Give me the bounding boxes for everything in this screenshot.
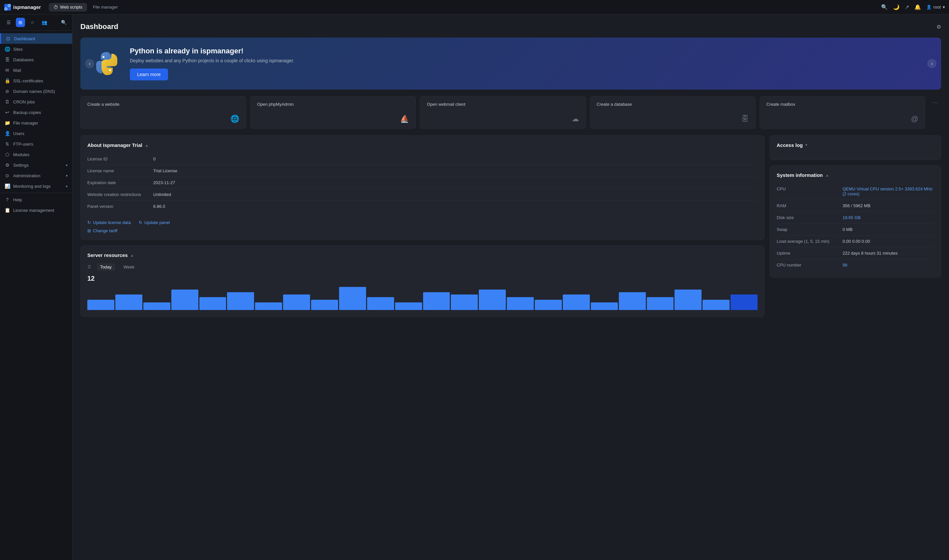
theme-icon[interactable]: 🌙 — [893, 4, 900, 10]
chart-bar — [451, 294, 478, 310]
mailbox-icon: @ — [911, 115, 918, 123]
share-icon[interactable]: ↗ — [905, 4, 909, 10]
sidebar-item-help[interactable]: ? Help — [0, 194, 72, 205]
page-settings-icon[interactable]: ⚙ — [937, 24, 941, 30]
sidebar-item-modules[interactable]: ⬡ Modules — [0, 149, 72, 160]
topbar: ispmanager ⏱ Web scripts File manager 🔍 … — [0, 0, 949, 14]
quick-action-webmail[interactable]: Open webmail client ☁ — [420, 96, 585, 129]
chart-bar — [535, 300, 562, 310]
svg-rect-0 — [4, 4, 8, 7]
chart-bar — [311, 300, 338, 310]
sidebar-item-license[interactable]: 📋 License management — [0, 205, 72, 215]
webmail-icon: ☁ — [572, 115, 579, 123]
access-log-title: Access log ▾ — [776, 142, 807, 148]
quick-action-create-website[interactable]: Create a website 🌐 — [80, 96, 246, 129]
sidebar-item-dns[interactable]: ⊘ Domain names (DNS) — [0, 86, 72, 97]
tab-file-manager[interactable]: File manager — [88, 3, 123, 12]
star-icon[interactable]: ☆ — [28, 18, 37, 27]
sidebar-search-icon[interactable]: 🔍 — [59, 18, 68, 27]
sidebar-item-administration[interactable]: ⊙ Administration ▾ — [0, 170, 72, 181]
ram-row: RAM 356 / 5962 MB — [776, 200, 934, 212]
users-icon[interactable]: 👥 — [40, 18, 49, 27]
sidebar-item-databases[interactable]: 🗄 Databases — [0, 54, 72, 65]
two-column-layout: About Ispmanager Trial ▲ License ID 0 Li… — [80, 135, 941, 322]
sidebar-item-cron[interactable]: 🗓 CRON jobs — [0, 97, 72, 107]
chart-bar — [703, 300, 730, 310]
sidebar-item-backup[interactable]: ↩ Backup copies — [0, 107, 72, 118]
sidebar-item-sites[interactable]: 🌐 Sites — [0, 44, 72, 54]
sidebar-item-monitoring[interactable]: 📊 Monitoring and logs ▾ — [0, 181, 72, 191]
right-column: Access log ▾ System information ▲ — [770, 135, 941, 322]
system-info-panel: System information ▲ CPU QEMU Virtual CP… — [770, 165, 941, 278]
access-log-panel: Access log ▾ — [770, 135, 941, 160]
user-avatar-icon: 👤 — [926, 5, 932, 9]
license-panel: About Ispmanager Trial ▲ License ID 0 Li… — [80, 135, 764, 240]
grid-icon[interactable]: ⊞ — [16, 18, 25, 27]
sidebar-item-users[interactable]: 👤 Users — [0, 128, 72, 139]
chart-bar — [675, 289, 701, 310]
svg-point-5 — [109, 69, 111, 71]
administration-icon: ⊙ — [5, 173, 10, 178]
search-icon[interactable]: 🔍 — [881, 4, 888, 10]
user-chevron-icon: ▾ — [943, 5, 945, 9]
license-chevron-icon[interactable]: ▲ — [145, 143, 149, 147]
svg-rect-1 — [8, 4, 11, 7]
access-log-chevron-icon[interactable]: ▾ — [805, 143, 807, 147]
learn-more-button[interactable]: Learn more — [130, 69, 168, 80]
chart-bar — [507, 297, 534, 310]
chart-bar — [143, 302, 170, 310]
mail-icon: ✉ — [5, 68, 10, 73]
week-tab[interactable]: Week — [120, 263, 138, 271]
tariff-icon: ⊞ — [87, 228, 91, 233]
server-resources-chevron-icon[interactable]: ▲ — [131, 253, 134, 257]
banner-next-button[interactable]: › — [927, 59, 937, 68]
resources-chart — [87, 284, 758, 310]
load-avg-row: Load average (1, 5, 15 min) 0.00 0.00 0.… — [776, 235, 934, 248]
more-actions-button[interactable]: ⋯ — [929, 96, 941, 109]
filemanager-icon: 📁 — [5, 120, 10, 126]
bell-icon[interactable]: 🔔 — [914, 4, 921, 10]
banner-prev-button[interactable]: ‹ — [85, 59, 94, 68]
today-tab[interactable]: Today — [97, 263, 115, 271]
chart-bar — [423, 292, 450, 310]
change-tariff-link[interactable]: ⊞ Change tariff — [87, 228, 758, 233]
banner-content: Python is already in ispmanager! Deploy … — [130, 47, 928, 80]
content-area: Dashboard ⚙ ‹ — [72, 14, 949, 560]
ftp-icon: ⇅ — [5, 141, 10, 146]
chart-bar — [647, 297, 674, 310]
username: root — [934, 5, 941, 9]
system-info-chevron-icon[interactable]: ▲ — [826, 173, 829, 177]
sidebar-item-mail[interactable]: ✉ Mail — [0, 65, 72, 75]
user-menu[interactable]: 👤 root ▾ — [926, 5, 945, 9]
update-license-link[interactable]: ↻ Update license data — [87, 220, 131, 225]
sites-icon: 🌐 — [5, 46, 10, 52]
server-resources-title: Server resources ▲ — [87, 252, 134, 258]
page-header: Dashboard ⚙ — [80, 22, 941, 31]
ellipsis-icon: ⋯ — [932, 100, 938, 106]
sidebar-item-dashboard[interactable]: ⊡ Dashboard — [0, 33, 72, 44]
chart-bar — [255, 302, 282, 310]
settings-icon: ⚙ — [5, 162, 10, 168]
svg-rect-2 — [4, 7, 8, 11]
chart-bar — [591, 302, 618, 310]
database-icon: 🗄 — [741, 115, 749, 123]
quick-action-phpmyadmin[interactable]: Open phpMyAdmin ⛵ — [250, 96, 416, 129]
sidebar-item-ftp[interactable]: ⇅ FTP-users — [0, 139, 72, 149]
quick-action-mailbox[interactable]: Create mailbox @ — [760, 96, 925, 129]
hamburger-icon[interactable]: ☰ — [4, 18, 13, 27]
update-panel-link[interactable]: ↻ Update panel — [139, 220, 170, 225]
tab-web-scripts[interactable]: ⏱ Web scripts — [49, 3, 87, 12]
chart-bar — [116, 294, 142, 310]
sidebar-item-ssl[interactable]: 🔒 SSL-certificates — [0, 75, 72, 86]
quick-actions-row: Create a website 🌐 Open phpMyAdmin ⛵ Ope… — [80, 96, 941, 129]
quick-action-database[interactable]: Create a database 🗄 — [590, 96, 756, 129]
backup-icon: ↩ — [5, 110, 10, 115]
users-nav-icon: 👤 — [5, 131, 10, 136]
sidebar-item-filemanager[interactable]: 📁 File manager — [0, 118, 72, 128]
sidebar-item-settings[interactable]: ⚙ Settings ▾ — [0, 160, 72, 170]
license-icon: 📋 — [5, 208, 10, 213]
license-id-row: License ID 0 — [87, 153, 758, 165]
license-name-row: License name Trial License — [87, 165, 758, 177]
cron-icon: 🗓 — [5, 99, 10, 105]
license-panel-header: About Ispmanager Trial ▲ — [87, 142, 758, 148]
